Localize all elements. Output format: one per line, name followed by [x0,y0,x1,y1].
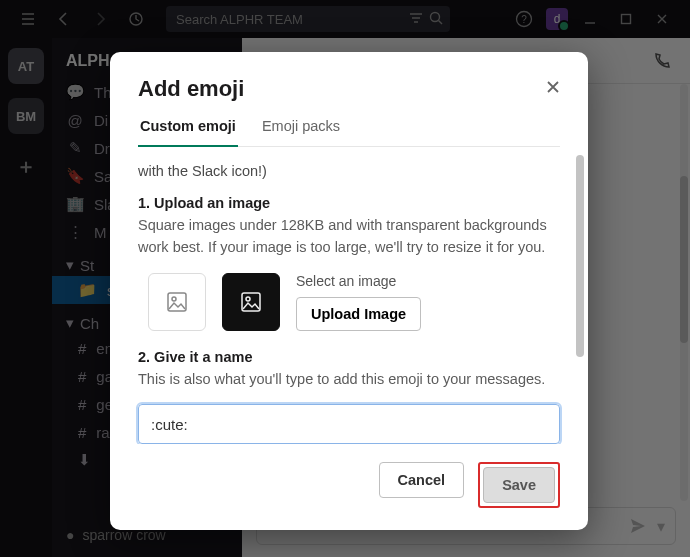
svg-rect-5 [168,293,186,311]
preview-dark [222,273,280,331]
modal-scrollbar[interactable] [576,155,584,436]
step1-title: 1. Upload an image [138,195,560,211]
step2-title: 2. Give it a name [138,349,560,365]
save-button[interactable]: Save [483,467,555,503]
modal-footer: Cancel Save [110,444,588,530]
intro-line: with the Slack icon!) [138,163,560,179]
scrollbar-thumb[interactable] [576,155,584,357]
modal-tabs: Custom emoji Emoji packs [138,118,560,147]
cancel-button[interactable]: Cancel [379,462,465,498]
close-icon[interactable] [538,72,568,102]
save-highlight: Save [478,462,560,508]
tab-custom-emoji[interactable]: Custom emoji [138,118,238,146]
svg-rect-7 [242,293,260,311]
add-emoji-modal: Add emoji Custom emoji Emoji packs with … [110,52,588,530]
tab-emoji-packs[interactable]: Emoji packs [260,118,342,146]
modal-body: with the Slack icon!) 1. Upload an image… [110,147,588,444]
emoji-name-input[interactable] [138,404,560,444]
svg-point-6 [172,297,176,301]
step2-subtitle: This is also what you'll type to add thi… [138,369,560,391]
svg-point-8 [246,297,250,301]
select-image-label: Select an image [296,273,421,289]
upload-image-button[interactable]: Upload Image [296,297,421,331]
modal-title: Add emoji [138,76,560,102]
step1-subtitle: Square images under 128KB and with trans… [138,215,560,259]
preview-light [148,273,206,331]
